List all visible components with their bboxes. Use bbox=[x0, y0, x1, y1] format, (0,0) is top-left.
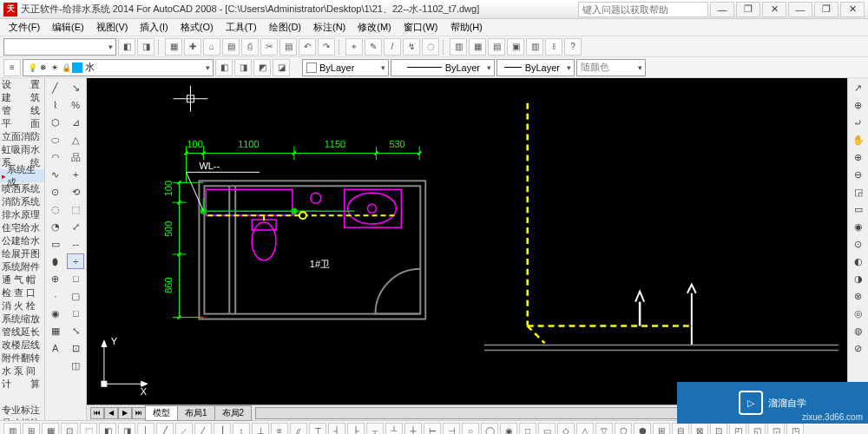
cmd-panel-item[interactable]: 平 面 bbox=[0, 117, 44, 130]
circle-button[interactable]: ◌ bbox=[422, 38, 439, 56]
bottom-tool[interactable]: ⊞ bbox=[23, 423, 40, 435]
draw-tool[interactable]: ▦ bbox=[47, 323, 64, 339]
bottom-tool[interactable]: ⊡ bbox=[710, 423, 727, 435]
bottom-tool[interactable]: ⎮ bbox=[214, 423, 231, 435]
bottom-tool[interactable]: ▭ bbox=[538, 423, 556, 435]
cmd-panel-item[interactable]: 建 筑 bbox=[0, 91, 44, 104]
workspace-combo[interactable] bbox=[3, 38, 116, 56]
bottom-tool[interactable]: ◨ bbox=[118, 423, 135, 435]
lineweight-combo[interactable]: ByLayer bbox=[496, 59, 575, 76]
app-minimize-button[interactable]: — bbox=[788, 2, 812, 17]
modify-tool[interactable]: ◍ bbox=[850, 323, 867, 339]
layer-btn-2[interactable]: ◨ bbox=[234, 59, 252, 76]
edit-tool[interactable]: ⬚ bbox=[67, 201, 84, 217]
cmd-panel-item[interactable]: 消防系统 bbox=[0, 195, 44, 208]
bottom-tool[interactable]: ├ bbox=[347, 423, 365, 435]
bottom-tool[interactable]: ⊠ bbox=[691, 423, 708, 435]
tab-nav-next[interactable]: ▶ bbox=[118, 407, 132, 419]
edit-tool[interactable]: ⟲ bbox=[67, 184, 84, 200]
menu-edit[interactable]: 编辑(E) bbox=[47, 19, 89, 36]
app-maximize-button[interactable]: ❐ bbox=[814, 2, 838, 17]
cmd-panel-item[interactable]: 专业标注 bbox=[0, 404, 44, 417]
cmd-panel-item[interactable]: 改楼层线 bbox=[0, 339, 44, 352]
open-button[interactable]: ✚ bbox=[184, 38, 201, 56]
bottom-tool[interactable]: ↕ bbox=[233, 423, 250, 435]
draw-tool[interactable]: ◉ bbox=[47, 306, 64, 321]
cut-button[interactable]: ✂ bbox=[260, 38, 278, 56]
tbtn-1[interactable]: ◧ bbox=[118, 38, 135, 56]
menu-tools[interactable]: 工具(T) bbox=[220, 19, 262, 36]
draw-tool[interactable]: ⬭ bbox=[47, 132, 64, 148]
cmd-panel-item[interactable]: 立面消防 bbox=[0, 130, 44, 143]
cmd-panel-item[interactable]: 喷洒系统 bbox=[0, 182, 44, 195]
draw-tool[interactable]: ◌ bbox=[47, 201, 64, 217]
bottom-tool[interactable]: ┬ bbox=[366, 423, 384, 435]
layer-combo[interactable]: 💡 ❄ ☀ 🔒 水 bbox=[23, 59, 214, 76]
bottom-tool[interactable]: ◇ bbox=[557, 423, 575, 435]
modify-tool[interactable]: ◉ bbox=[850, 219, 867, 234]
edit-tool[interactable]: △ bbox=[67, 132, 84, 148]
cmd-panel-item[interactable]: 检 查 口 bbox=[0, 286, 44, 299]
bottom-tool[interactable]: ◰ bbox=[729, 423, 746, 435]
bottom-tool[interactable]: ⬚ bbox=[80, 423, 97, 435]
edit-tool[interactable]: -- bbox=[67, 236, 84, 252]
cmd-panel-item[interactable]: 公建给水 bbox=[0, 234, 44, 247]
bottom-tool[interactable]: ◳ bbox=[786, 423, 804, 435]
edit-tool[interactable]: □ bbox=[67, 306, 84, 321]
bottom-tool[interactable]: ┼ bbox=[404, 423, 422, 435]
redo-button[interactable]: ↷ bbox=[318, 38, 335, 56]
modify-tool[interactable]: ◎ bbox=[850, 306, 867, 321]
bottom-tool[interactable]: □ bbox=[519, 423, 536, 435]
bottom-tool[interactable]: ⊞ bbox=[653, 423, 670, 435]
menu-format[interactable]: 格式(O) bbox=[175, 19, 219, 36]
draw-tool[interactable]: ╱ bbox=[47, 80, 64, 95]
cmd-panel-item[interactable]: 通 气 帽 bbox=[0, 273, 44, 286]
bottom-tool[interactable]: ⫽ bbox=[290, 423, 307, 435]
cmd-panel-item[interactable]: 尺寸标注 bbox=[0, 417, 44, 420]
edit-tool[interactable]: 品 bbox=[67, 149, 84, 165]
modify-tool[interactable]: ⤾ bbox=[850, 115, 867, 130]
layer-btn-4[interactable]: ◪ bbox=[273, 59, 290, 76]
modify-tool[interactable]: ✋ bbox=[850, 132, 867, 148]
tab-layout1[interactable]: 布局1 bbox=[177, 405, 215, 421]
new-button[interactable]: ▦ bbox=[165, 38, 182, 56]
bottom-tool[interactable]: ⊢ bbox=[424, 423, 441, 435]
calc-button[interactable]: ⩉ bbox=[545, 38, 562, 56]
print-button[interactable]: ⎙ bbox=[241, 38, 259, 56]
draw-tool[interactable]: ⊙ bbox=[47, 184, 64, 200]
modify-tool[interactable]: ⊖ bbox=[850, 167, 867, 182]
bottom-tool[interactable]: │ bbox=[137, 423, 155, 435]
bottom-tool[interactable]: ▽ bbox=[595, 423, 613, 435]
bottom-tool[interactable]: ◧ bbox=[99, 423, 116, 435]
grid3-button[interactable]: ▤ bbox=[488, 38, 505, 56]
bottom-tool[interactable]: ○ bbox=[462, 423, 479, 435]
menu-insert[interactable]: 插入(I) bbox=[135, 19, 173, 36]
cmd-panel-item[interactable]: 设 置 bbox=[0, 78, 44, 91]
bottom-tool[interactable]: ◉ bbox=[500, 423, 517, 435]
menu-modify[interactable]: 修改(M) bbox=[352, 19, 397, 36]
cmd-panel-item[interactable]: 管线延长 bbox=[0, 326, 44, 339]
bottom-tool[interactable]: ⬡ bbox=[615, 423, 632, 435]
modify-tool[interactable]: ⊙ bbox=[850, 236, 867, 252]
grid1-button[interactable]: ▥ bbox=[450, 38, 467, 56]
modify-tool[interactable]: ⊘ bbox=[850, 340, 867, 356]
menu-help[interactable]: 帮助(H) bbox=[445, 19, 488, 36]
draw-tool[interactable]: ▭ bbox=[47, 236, 64, 252]
bottom-tool[interactable]: ◱ bbox=[748, 423, 766, 435]
doc-minimize-button[interactable]: — bbox=[710, 2, 734, 17]
tab-model[interactable]: 模型 bbox=[145, 405, 178, 421]
layer-btn-3[interactable]: ◩ bbox=[253, 59, 271, 76]
bottom-tool[interactable]: ◲ bbox=[767, 423, 785, 435]
edit-tool[interactable]: ◫ bbox=[67, 358, 84, 373]
draw-tool[interactable]: · bbox=[47, 288, 64, 304]
undo-button[interactable]: ↶ bbox=[299, 38, 316, 56]
draw-tool[interactable]: ⬮ bbox=[47, 253, 64, 269]
draw-tool[interactable]: ⊕ bbox=[47, 271, 64, 286]
cmd-panel-item[interactable]: 排水原理 bbox=[0, 208, 44, 221]
edit-tool[interactable]: % bbox=[67, 97, 84, 113]
bottom-tool[interactable]: ◯ bbox=[481, 423, 498, 435]
menu-file[interactable]: 文件(F) bbox=[3, 19, 45, 36]
grid4-button[interactable]: ▣ bbox=[507, 38, 524, 56]
cmd-panel-item[interactable]: 管 线 bbox=[0, 104, 44, 117]
grid5-button[interactable]: ▥ bbox=[526, 38, 543, 56]
